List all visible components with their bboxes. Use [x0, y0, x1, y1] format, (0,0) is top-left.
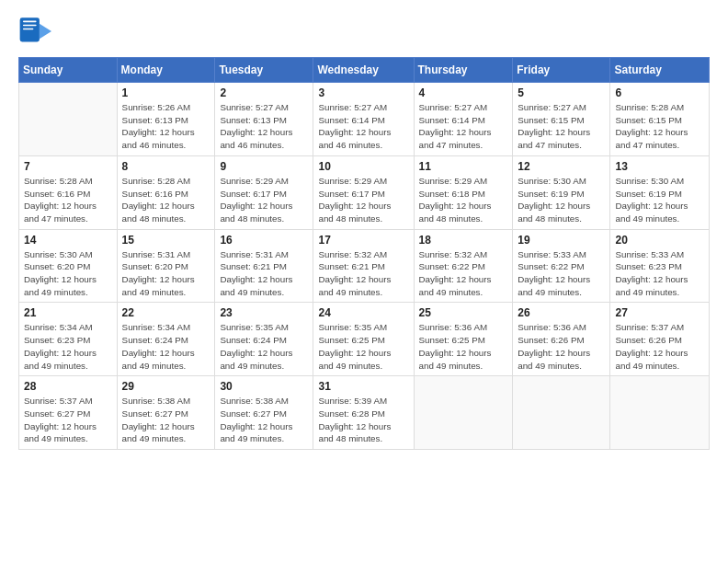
day-number: 3	[318, 86, 408, 99]
calendar-cell: 6Sunrise: 5:28 AMSunset: 6:15 PMDaylight…	[610, 83, 710, 156]
day-number: 17	[318, 234, 408, 247]
day-info: Sunrise: 5:30 AMSunset: 6:19 PMDaylight:…	[518, 175, 605, 225]
day-info: Sunrise: 5:32 AMSunset: 6:22 PMDaylight:…	[419, 248, 508, 299]
calendar-cell: 21Sunrise: 5:34 AMSunset: 6:23 PMDayligh…	[19, 303, 118, 376]
day-info: Sunrise: 5:34 AMSunset: 6:24 PMDaylight:…	[122, 321, 210, 372]
day-number: 25	[419, 306, 508, 319]
page: SundayMondayTuesdayWednesdayThursdayFrid…	[0, 0, 728, 563]
logo	[18, 15, 55, 48]
day-number: 19	[518, 234, 605, 247]
calendar-cell: 28Sunrise: 5:37 AMSunset: 6:27 PMDayligh…	[19, 376, 118, 450]
calendar-cell: 13Sunrise: 5:30 AMSunset: 6:19 PMDayligh…	[610, 155, 710, 229]
day-info: Sunrise: 5:27 AMSunset: 6:15 PMDaylight:…	[518, 101, 605, 152]
calendar-cell: 3Sunrise: 5:27 AMSunset: 6:14 PMDaylight…	[313, 83, 414, 156]
day-info: Sunrise: 5:32 AMSunset: 6:21 PMDaylight:…	[318, 248, 408, 299]
day-of-week-header: Saturday	[610, 58, 710, 83]
day-number: 10	[318, 160, 408, 173]
day-number: 18	[419, 234, 508, 247]
calendar-table: SundayMondayTuesdayWednesdayThursdayFrid…	[18, 57, 710, 450]
day-number: 16	[220, 234, 308, 247]
day-number: 31	[318, 380, 408, 393]
day-info: Sunrise: 5:30 AMSunset: 6:19 PMDaylight:…	[615, 175, 704, 225]
day-number: 21	[24, 306, 112, 319]
calendar-cell: 5Sunrise: 5:27 AMSunset: 6:15 PMDaylight…	[513, 83, 610, 156]
calendar-cell: 17Sunrise: 5:32 AMSunset: 6:21 PMDayligh…	[313, 229, 414, 303]
day-info: Sunrise: 5:27 AMSunset: 6:14 PMDaylight:…	[318, 101, 408, 152]
calendar-cell: 19Sunrise: 5:33 AMSunset: 6:22 PMDayligh…	[513, 229, 610, 303]
day-number: 24	[318, 306, 408, 319]
day-number: 28	[24, 380, 112, 393]
day-info: Sunrise: 5:38 AMSunset: 6:27 PMDaylight:…	[220, 395, 308, 445]
day-info: Sunrise: 5:28 AMSunset: 6:16 PMDaylight:…	[24, 175, 112, 225]
day-info: Sunrise: 5:31 AMSunset: 6:20 PMDaylight:…	[122, 248, 210, 299]
day-number: 7	[24, 160, 112, 173]
day-of-week-header: Tuesday	[215, 58, 313, 83]
calendar-week-row: 21Sunrise: 5:34 AMSunset: 6:23 PMDayligh…	[19, 303, 710, 376]
day-number: 29	[122, 380, 210, 393]
day-number: 11	[419, 160, 508, 173]
day-info: Sunrise: 5:35 AMSunset: 6:25 PMDaylight:…	[318, 321, 408, 372]
calendar-cell: 30Sunrise: 5:38 AMSunset: 6:27 PMDayligh…	[215, 376, 313, 450]
day-info: Sunrise: 5:33 AMSunset: 6:23 PMDaylight:…	[615, 248, 704, 299]
day-number: 20	[615, 234, 704, 247]
calendar-week-row: 1Sunrise: 5:26 AMSunset: 6:13 PMDaylight…	[19, 83, 710, 156]
calendar-cell: 11Sunrise: 5:29 AMSunset: 6:18 PMDayligh…	[414, 155, 513, 229]
calendar-cell: 23Sunrise: 5:35 AMSunset: 6:24 PMDayligh…	[215, 303, 313, 376]
logo-icon	[18, 15, 51, 48]
calendar-cell: 26Sunrise: 5:36 AMSunset: 6:26 PMDayligh…	[513, 303, 610, 376]
day-info: Sunrise: 5:29 AMSunset: 6:18 PMDaylight:…	[419, 175, 508, 225]
day-info: Sunrise: 5:33 AMSunset: 6:22 PMDaylight:…	[518, 248, 605, 299]
calendar-cell: 2Sunrise: 5:27 AMSunset: 6:13 PMDaylight…	[215, 83, 313, 156]
day-info: Sunrise: 5:26 AMSunset: 6:13 PMDaylight:…	[122, 101, 210, 152]
day-number: 26	[518, 306, 605, 319]
day-number: 30	[220, 380, 308, 393]
svg-rect-3	[23, 29, 33, 30]
svg-rect-1	[23, 21, 37, 23]
day-number: 13	[615, 160, 704, 173]
svg-rect-2	[23, 25, 37, 27]
day-number: 9	[220, 160, 308, 173]
header	[18, 15, 710, 48]
calendar-cell: 15Sunrise: 5:31 AMSunset: 6:20 PMDayligh…	[117, 229, 215, 303]
day-info: Sunrise: 5:30 AMSunset: 6:20 PMDaylight:…	[24, 248, 112, 299]
svg-marker-4	[40, 24, 51, 39]
day-info: Sunrise: 5:28 AMSunset: 6:16 PMDaylight:…	[122, 175, 210, 225]
calendar-cell: 22Sunrise: 5:34 AMSunset: 6:24 PMDayligh…	[117, 303, 215, 376]
calendar-cell: 31Sunrise: 5:39 AMSunset: 6:28 PMDayligh…	[313, 376, 414, 450]
calendar-cell: 12Sunrise: 5:30 AMSunset: 6:19 PMDayligh…	[513, 155, 610, 229]
day-info: Sunrise: 5:31 AMSunset: 6:21 PMDaylight:…	[220, 248, 308, 299]
day-info: Sunrise: 5:34 AMSunset: 6:23 PMDaylight:…	[24, 321, 112, 372]
calendar-cell: 25Sunrise: 5:36 AMSunset: 6:25 PMDayligh…	[414, 303, 513, 376]
calendar-cell: 7Sunrise: 5:28 AMSunset: 6:16 PMDaylight…	[19, 155, 118, 229]
day-info: Sunrise: 5:28 AMSunset: 6:15 PMDaylight:…	[615, 101, 704, 152]
calendar-cell: 4Sunrise: 5:27 AMSunset: 6:14 PMDaylight…	[414, 83, 513, 156]
day-info: Sunrise: 5:39 AMSunset: 6:28 PMDaylight:…	[318, 395, 408, 445]
day-of-week-header: Friday	[513, 58, 610, 83]
day-number: 8	[122, 160, 210, 173]
calendar-cell: 29Sunrise: 5:38 AMSunset: 6:27 PMDayligh…	[117, 376, 215, 450]
calendar-cell	[414, 376, 513, 450]
day-info: Sunrise: 5:37 AMSunset: 6:27 PMDaylight:…	[24, 395, 112, 445]
day-info: Sunrise: 5:36 AMSunset: 6:26 PMDaylight:…	[518, 321, 605, 372]
day-info: Sunrise: 5:27 AMSunset: 6:13 PMDaylight:…	[220, 101, 308, 152]
day-info: Sunrise: 5:29 AMSunset: 6:17 PMDaylight:…	[318, 175, 408, 225]
calendar-cell	[610, 376, 710, 450]
calendar-week-row: 28Sunrise: 5:37 AMSunset: 6:27 PMDayligh…	[19, 376, 710, 450]
day-number: 22	[122, 306, 210, 319]
calendar-header-row: SundayMondayTuesdayWednesdayThursdayFrid…	[19, 58, 710, 83]
day-number: 1	[122, 86, 210, 99]
day-info: Sunrise: 5:37 AMSunset: 6:26 PMDaylight:…	[615, 321, 704, 372]
day-of-week-header: Wednesday	[313, 58, 414, 83]
day-info: Sunrise: 5:36 AMSunset: 6:25 PMDaylight:…	[419, 321, 508, 372]
day-number: 4	[419, 86, 508, 99]
day-of-week-header: Monday	[117, 58, 215, 83]
day-number: 5	[518, 86, 605, 99]
calendar-cell	[513, 376, 610, 450]
day-of-week-header: Thursday	[414, 58, 513, 83]
calendar-cell: 8Sunrise: 5:28 AMSunset: 6:16 PMDaylight…	[117, 155, 215, 229]
calendar-cell: 14Sunrise: 5:30 AMSunset: 6:20 PMDayligh…	[19, 229, 118, 303]
day-number: 2	[220, 86, 308, 99]
day-number: 15	[122, 234, 210, 247]
day-info: Sunrise: 5:29 AMSunset: 6:17 PMDaylight:…	[220, 175, 308, 225]
day-number: 27	[615, 306, 704, 319]
